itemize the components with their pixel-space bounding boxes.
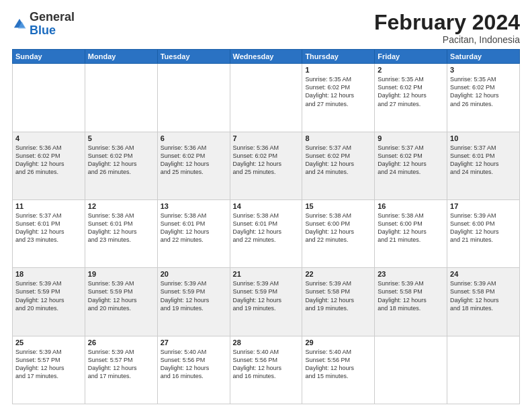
day-info: Sunrise: 5:39 AM Sunset: 5:58 PM Dayligh… (450, 279, 517, 312)
day-number: 20 (161, 270, 227, 278)
day-info: Sunrise: 5:40 AM Sunset: 5:56 PM Dayligh… (233, 348, 300, 381)
table-row: 8Sunrise: 5:37 AM Sunset: 6:02 PM Daylig… (302, 132, 375, 199)
day-number: 7 (233, 134, 300, 142)
day-info: Sunrise: 5:37 AM Sunset: 6:02 PM Dayligh… (305, 144, 371, 177)
day-number: 25 (15, 338, 82, 347)
day-number: 19 (88, 270, 154, 278)
day-info: Sunrise: 5:39 AM Sunset: 5:59 PM Dayligh… (233, 279, 300, 312)
table-row: 27Sunrise: 5:40 AM Sunset: 5:56 PM Dayli… (157, 336, 230, 404)
title-block: February 2024 Pacitan, Indonesia (374, 11, 520, 45)
col-friday: Friday (375, 50, 447, 64)
table-row: 11Sunrise: 5:37 AM Sunset: 6:01 PM Dayli… (13, 199, 85, 267)
day-number: 26 (88, 338, 154, 347)
day-info: Sunrise: 5:38 AM Sunset: 6:01 PM Dayligh… (161, 212, 227, 244)
day-info: Sunrise: 5:38 AM Sunset: 6:01 PM Dayligh… (233, 212, 300, 244)
table-row: 22Sunrise: 5:39 AM Sunset: 5:58 PM Dayli… (302, 268, 375, 336)
table-row: 10Sunrise: 5:37 AM Sunset: 6:01 PM Dayli… (447, 132, 520, 199)
logo-icon (12, 17, 27, 32)
col-wednesday: Wednesday (230, 50, 302, 64)
table-row: 16Sunrise: 5:38 AM Sunset: 6:00 PM Dayli… (375, 199, 447, 267)
day-number: 23 (378, 270, 444, 278)
day-info: Sunrise: 5:40 AM Sunset: 5:56 PM Dayligh… (161, 348, 227, 381)
day-info: Sunrise: 5:39 AM Sunset: 5:59 PM Dayligh… (161, 279, 227, 312)
table-row: 15Sunrise: 5:38 AM Sunset: 6:00 PM Dayli… (302, 199, 375, 267)
day-info: Sunrise: 5:35 AM Sunset: 6:02 PM Dayligh… (378, 75, 444, 108)
table-row: 25Sunrise: 5:39 AM Sunset: 5:57 PM Dayli… (13, 336, 85, 404)
table-row: 26Sunrise: 5:39 AM Sunset: 5:57 PM Dayli… (85, 336, 157, 404)
table-row: 18Sunrise: 5:39 AM Sunset: 5:59 PM Dayli… (13, 268, 85, 336)
day-number: 27 (161, 338, 227, 347)
day-info: Sunrise: 5:38 AM Sunset: 6:00 PM Dayligh… (305, 212, 371, 244)
day-info: Sunrise: 5:39 AM Sunset: 6:00 PM Dayligh… (450, 212, 517, 244)
day-number: 1 (305, 66, 371, 74)
day-info: Sunrise: 5:35 AM Sunset: 6:02 PM Dayligh… (305, 75, 371, 108)
table-row (375, 336, 447, 404)
day-info: Sunrise: 5:39 AM Sunset: 5:57 PM Dayligh… (88, 348, 154, 381)
table-row: 5Sunrise: 5:36 AM Sunset: 6:02 PM Daylig… (85, 132, 157, 199)
day-info: Sunrise: 5:38 AM Sunset: 6:01 PM Dayligh… (88, 212, 154, 244)
table-row: 17Sunrise: 5:39 AM Sunset: 6:00 PM Dayli… (447, 199, 520, 267)
table-row (157, 64, 230, 132)
day-number: 16 (378, 202, 444, 210)
day-number: 18 (15, 270, 82, 278)
day-info: Sunrise: 5:37 AM Sunset: 6:01 PM Dayligh… (15, 212, 82, 244)
header: General Blue February 2024 Pacitan, Indo… (12, 11, 520, 45)
calendar-header-row: Sunday Monday Tuesday Wednesday Thursday… (13, 50, 520, 64)
day-number: 3 (450, 66, 517, 74)
col-sunday: Sunday (13, 50, 85, 64)
table-row: 19Sunrise: 5:39 AM Sunset: 5:59 PM Dayli… (85, 268, 157, 336)
table-row (13, 64, 85, 132)
day-info: Sunrise: 5:39 AM Sunset: 5:59 PM Dayligh… (15, 279, 82, 312)
day-number: 29 (305, 338, 371, 347)
day-info: Sunrise: 5:36 AM Sunset: 6:02 PM Dayligh… (15, 144, 82, 177)
table-row: 7Sunrise: 5:36 AM Sunset: 6:02 PM Daylig… (230, 132, 302, 199)
table-row: 20Sunrise: 5:39 AM Sunset: 5:59 PM Dayli… (157, 268, 230, 336)
day-info: Sunrise: 5:36 AM Sunset: 6:02 PM Dayligh… (233, 144, 300, 177)
col-thursday: Thursday (302, 50, 375, 64)
table-row: 9Sunrise: 5:37 AM Sunset: 6:02 PM Daylig… (375, 132, 447, 199)
day-number: 12 (88, 202, 154, 210)
day-info: Sunrise: 5:39 AM Sunset: 5:57 PM Dayligh… (15, 348, 82, 381)
day-number: 8 (305, 134, 371, 142)
col-tuesday: Tuesday (157, 50, 230, 64)
day-number: 21 (233, 270, 300, 278)
table-row: 21Sunrise: 5:39 AM Sunset: 5:59 PM Dayli… (230, 268, 302, 336)
table-row: 12Sunrise: 5:38 AM Sunset: 6:01 PM Dayli… (85, 199, 157, 267)
calendar-table: Sunday Monday Tuesday Wednesday Thursday… (12, 49, 520, 404)
day-info: Sunrise: 5:37 AM Sunset: 6:02 PM Dayligh… (378, 144, 444, 177)
table-row: 13Sunrise: 5:38 AM Sunset: 6:01 PM Dayli… (157, 199, 230, 267)
table-row: 24Sunrise: 5:39 AM Sunset: 5:58 PM Dayli… (447, 268, 520, 336)
day-info: Sunrise: 5:39 AM Sunset: 5:59 PM Dayligh… (88, 279, 154, 312)
day-number: 28 (233, 338, 300, 347)
day-number: 6 (161, 134, 227, 142)
day-info: Sunrise: 5:40 AM Sunset: 5:56 PM Dayligh… (305, 348, 371, 381)
day-info: Sunrise: 5:35 AM Sunset: 6:02 PM Dayligh… (450, 75, 517, 108)
logo-blue: Blue (30, 24, 56, 37)
calendar-subtitle: Pacitan, Indonesia (374, 34, 520, 45)
day-info: Sunrise: 5:36 AM Sunset: 6:02 PM Dayligh… (161, 144, 227, 177)
table-row: 2Sunrise: 5:35 AM Sunset: 6:02 PM Daylig… (375, 64, 447, 132)
col-monday: Monday (85, 50, 157, 64)
table-row: 23Sunrise: 5:39 AM Sunset: 5:58 PM Dayli… (375, 268, 447, 336)
table-row (230, 64, 302, 132)
day-number: 17 (450, 202, 517, 210)
day-number: 4 (15, 134, 82, 142)
day-info: Sunrise: 5:37 AM Sunset: 6:01 PM Dayligh… (450, 144, 517, 177)
day-info: Sunrise: 5:36 AM Sunset: 6:02 PM Dayligh… (88, 144, 154, 177)
day-number: 10 (450, 134, 517, 142)
day-number: 14 (233, 202, 300, 210)
table-row: 3Sunrise: 5:35 AM Sunset: 6:02 PM Daylig… (447, 64, 520, 132)
day-number: 2 (378, 66, 444, 74)
table-row: 1Sunrise: 5:35 AM Sunset: 6:02 PM Daylig… (302, 64, 375, 132)
day-number: 13 (161, 202, 227, 210)
table-row: 28Sunrise: 5:40 AM Sunset: 5:56 PM Dayli… (230, 336, 302, 404)
logo: General Blue (12, 11, 75, 38)
col-saturday: Saturday (447, 50, 520, 64)
table-row (447, 336, 520, 404)
table-row: 6Sunrise: 5:36 AM Sunset: 6:02 PM Daylig… (157, 132, 230, 199)
table-row (85, 64, 157, 132)
day-number: 24 (450, 270, 517, 278)
day-number: 9 (378, 134, 444, 142)
day-number: 5 (88, 134, 154, 142)
table-row: 14Sunrise: 5:38 AM Sunset: 6:01 PM Dayli… (230, 199, 302, 267)
